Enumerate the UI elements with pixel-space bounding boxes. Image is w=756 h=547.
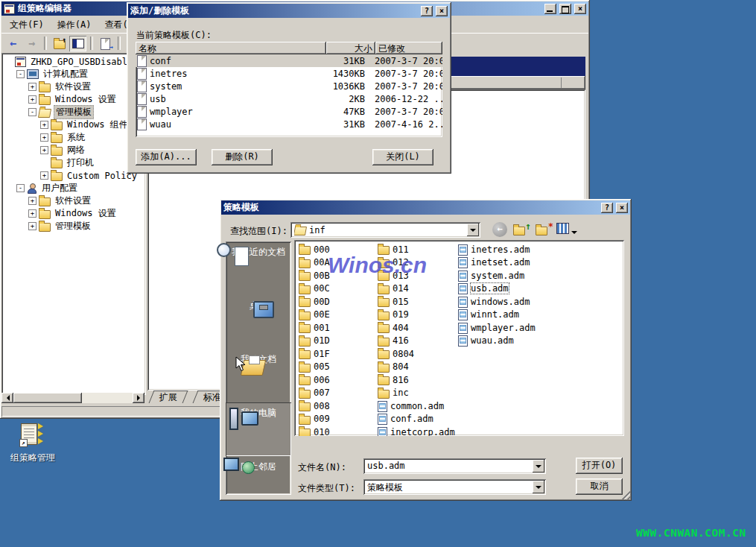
file-item[interactable]: 00D xyxy=(299,295,373,309)
cancel-button[interactable]: 取消 xyxy=(576,478,623,495)
show-hide-console-tree-icon[interactable] xyxy=(69,36,86,51)
file-item[interactable]: inetcorp.adm xyxy=(378,426,455,436)
open-dialog-title-bar[interactable]: 策略模板 ? × xyxy=(221,200,630,215)
menu-item[interactable]: 操作(A) xyxy=(51,17,98,33)
scroll-left-icon[interactable] xyxy=(1,393,13,403)
template-row[interactable]: conf 31KB 2007-3-7 20:00 xyxy=(136,54,442,67)
file-item[interactable]: wmplayer.adm xyxy=(458,321,562,335)
file-item[interactable]: winnt.adm xyxy=(458,309,562,322)
tree-item[interactable]: - 计算机配置 xyxy=(3,68,146,80)
dropdown-icon[interactable] xyxy=(467,224,479,236)
file-item[interactable]: 416 xyxy=(378,335,455,348)
file-item[interactable]: 00E xyxy=(299,309,373,322)
minimize-button[interactable] xyxy=(544,4,556,14)
tree-expander-icon[interactable]: + xyxy=(28,222,36,230)
file-item[interactable]: 01F xyxy=(299,347,373,361)
tree-item[interactable]: - 用户配置 xyxy=(3,182,146,195)
column-header-size[interactable]: 大小 xyxy=(326,42,375,54)
file-item[interactable]: 005 xyxy=(299,361,373,374)
tree-expander-icon[interactable]: - xyxy=(16,184,25,192)
file-name-combobox[interactable]: usb.adm xyxy=(363,458,546,474)
template-row[interactable]: inetres 1430KB 2007-3-7 20:00 xyxy=(136,67,442,80)
tree-item[interactable]: ZHKD_GPO_USBDisable_Comp xyxy=(3,55,146,68)
tree-expander-icon[interactable]: + xyxy=(28,197,36,205)
file-item[interactable]: 00C xyxy=(299,282,373,296)
export-list-icon[interactable]: → xyxy=(97,36,114,51)
file-item[interactable]: windows.adm xyxy=(458,295,562,309)
menu-item[interactable]: 文件(F) xyxy=(3,17,51,33)
tree-item[interactable]: + 网络 xyxy=(3,144,146,156)
close-button[interactable]: × xyxy=(616,203,628,213)
file-item[interactable]: 019 xyxy=(378,309,455,322)
close-button[interactable]: × xyxy=(436,6,448,16)
file-item[interactable]: conf.adm xyxy=(378,413,455,426)
tree-item[interactable]: + 软件设置 xyxy=(3,80,146,93)
tree-item[interactable]: 打印机 xyxy=(3,156,146,169)
file-item[interactable]: 0804 xyxy=(378,347,455,361)
file-item[interactable]: system.adm xyxy=(458,269,562,282)
scrollbar-thumb[interactable] xyxy=(13,393,82,403)
tree-item[interactable]: + Windows 组件 xyxy=(3,118,146,131)
file-item[interactable]: 009 xyxy=(299,413,373,426)
up-one-level-icon[interactable]: ↑ xyxy=(513,222,531,237)
tree-item[interactable]: + 系统 xyxy=(3,131,146,144)
tree-expander-icon[interactable]: + xyxy=(40,121,48,129)
scroll-right-icon[interactable] xyxy=(133,393,144,403)
file-item[interactable]: 006 xyxy=(299,373,373,387)
create-new-folder-icon[interactable]: * xyxy=(536,222,553,237)
dropdown-icon[interactable] xyxy=(533,460,544,472)
help-button[interactable]: ? xyxy=(601,203,613,213)
tree-expander-icon[interactable]: + xyxy=(28,95,36,104)
back-icon[interactable]: ← xyxy=(4,36,22,51)
template-row[interactable]: system 1036KB 2007-3-7 20:00 xyxy=(136,80,442,92)
file-item[interactable]: 001 xyxy=(299,321,373,335)
column-header-name[interactable]: 名称 xyxy=(136,42,326,54)
column-header-modified[interactable]: 已修改 xyxy=(375,42,442,54)
tree-item[interactable]: + Windows 设置 xyxy=(3,93,146,106)
back-icon[interactable]: ← xyxy=(492,222,507,237)
file-item[interactable]: 816 xyxy=(378,373,455,387)
tree-expander-icon[interactable]: + xyxy=(40,146,48,154)
file-item[interactable]: wuau.adm xyxy=(458,335,562,348)
file-item[interactable]: inc xyxy=(378,387,455,400)
file-item[interactable]: 01D xyxy=(299,335,373,348)
forward-icon[interactable]: → xyxy=(23,36,40,51)
tree-item[interactable]: - 管理模板 xyxy=(3,106,146,118)
tree-expander-icon[interactable]: - xyxy=(28,108,36,116)
file-item[interactable]: 015 xyxy=(378,295,455,309)
open-button[interactable]: 打开(O) xyxy=(576,458,623,474)
tree-horizontal-scrollbar[interactable] xyxy=(1,393,144,403)
file-item[interactable]: 404 xyxy=(378,321,455,335)
tree-item[interactable]: + 软件设置 xyxy=(3,195,146,207)
tree-item[interactable]: + Custom Policy xyxy=(3,169,146,182)
file-item[interactable]: inetset.adm xyxy=(458,256,562,270)
file-item[interactable]: 804 xyxy=(378,361,455,374)
file-type-combobox[interactable]: 策略模板 xyxy=(363,479,546,495)
template-row[interactable]: usb 2KB 2006-12-22 ... xyxy=(136,92,442,105)
desktop-shortcut-group-policy-management[interactable]: ↗ 组策略管理 xyxy=(4,422,61,464)
remove-button[interactable]: 删除(R) xyxy=(212,149,273,165)
close-button[interactable]: × xyxy=(574,4,586,14)
template-row[interactable]: wmplayer 47KB 2007-3-7 20:00 xyxy=(136,105,442,118)
tab-extended[interactable]: 扩展 xyxy=(149,391,188,403)
place-item[interactable]: 我最近的文档 xyxy=(226,241,291,295)
look-in-combobox[interactable]: inf xyxy=(290,222,480,238)
dialog-title-bar[interactable]: 添加/删除模板 ? × xyxy=(128,4,450,18)
file-item[interactable]: usb.adm xyxy=(458,282,562,296)
template-row[interactable]: wuau 31KB 2007-4-16 2... xyxy=(136,118,442,130)
tree-item[interactable]: + Windows 设置 xyxy=(3,207,146,220)
file-item[interactable]: 008 xyxy=(299,399,373,413)
place-item[interactable]: 我的电脑 xyxy=(226,402,291,456)
file-item[interactable]: 010 xyxy=(299,426,373,436)
tree-item[interactable]: + 管理模板 xyxy=(3,220,146,233)
help-button[interactable]: ? xyxy=(421,6,433,16)
tree-expander-icon[interactable]: + xyxy=(40,171,48,180)
dropdown-icon[interactable] xyxy=(533,481,544,493)
maximize-button[interactable] xyxy=(559,4,571,14)
file-item[interactable]: 014 xyxy=(378,282,455,296)
views-menu-icon[interactable] xyxy=(556,223,579,237)
up-one-level-icon[interactable]: ↑ xyxy=(51,36,68,51)
tree-expander-icon[interactable]: + xyxy=(40,133,48,142)
tree-expander-icon[interactable]: + xyxy=(28,209,36,218)
place-item[interactable]: 桌面 xyxy=(226,295,291,349)
